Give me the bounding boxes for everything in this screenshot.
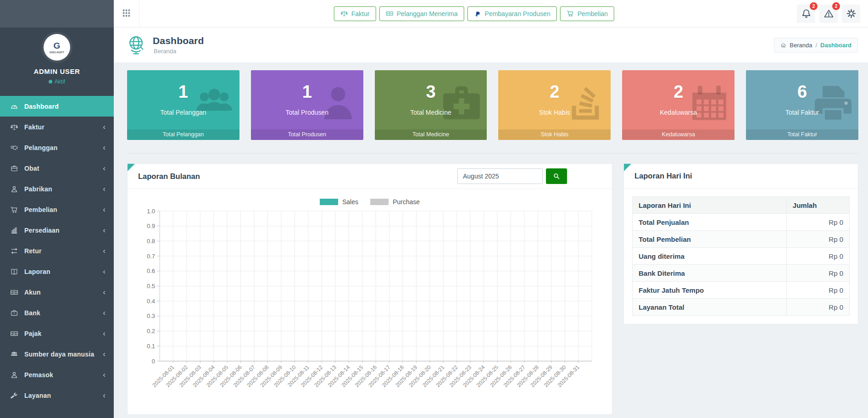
alerts-button[interactable]: 2 [819,5,838,23]
table-row-layanan-total: Layanan TotalRp 0 [633,299,850,316]
stat-card-total-pelanggan[interactable]: 1Total PelangganTotal Pelanggan [127,70,239,140]
sidebar-item-sumber-daya-manusia[interactable]: Sumber daya manusia ‹ [0,344,114,364]
legend-label: Sales [342,198,358,206]
briefcase-icon [10,309,18,317]
cart-icon [10,206,18,214]
sidebar-item-dashboard[interactable]: Dashboard [0,96,114,117]
banknote-icon [385,10,393,17]
sidebar-item-label: Pajak [24,330,42,337]
avatar: G GEELISOFT [44,34,70,61]
sidebar-item-persediaan[interactable]: Persediaan ‹ [0,220,114,240]
svg-text:0.3: 0.3 [147,312,155,319]
stat-card-total-medicine[interactable]: 3Total MedicineTotal Medicine [375,70,487,140]
quick-button-label: Pembayaran Produsen [485,10,551,17]
stat-value: 2 [622,82,734,102]
stat-footer-label: Kedaluwarsa [622,129,734,140]
sidebar-item-pajak[interactable]: Pajak ‹ [0,323,114,344]
quick-button-label: Faktur [351,10,370,17]
sidebar-item-pelanggan[interactable]: Pelanggan ‹ [0,137,114,158]
sidebar: G GEELISOFT ADMIN USER Aktif Dashboard F… [0,0,114,418]
daily-report-panel: Laporan Hari Ini Laporan Hari IniJumlahT… [623,163,858,324]
panels-row: Laporan Bulanan SalesPurchase 00.10.20.3… [127,163,858,415]
exchange-icon [10,247,18,255]
table-header-row: Laporan Hari IniJumlah [633,197,850,214]
notifications-badge: 2 [810,2,818,10]
sidebar-item-layanan[interactable]: Layanan ‹ [0,385,114,406]
home-icon [780,42,786,48]
stat-footer-label: Total Faktur [746,129,858,140]
sidebar-item-obat[interactable]: Obat ‹ [0,158,114,178]
sidebar-item-label: Akun [24,289,41,296]
sidebar-item-pembelian[interactable]: Pembelian ‹ [0,199,114,220]
stat-value: 3 [375,82,487,102]
month-input[interactable] [457,168,543,184]
quick-buttons: FakturPelanggan MenerimaPembayaran Produ… [334,6,614,21]
stat-cards-row: 1Total PelangganTotal Pelanggan1Total Pr… [127,70,858,140]
svg-text:0.4: 0.4 [147,298,155,305]
user-status-label: Aktif [55,78,65,85]
quick-button-pembelian[interactable]: Pembelian [560,6,614,21]
user-icon [10,185,18,193]
handshake-icon [10,144,18,152]
table-row-faktur-jatuh-tempo: Faktur Jatuh TempoRp 0 [633,282,850,299]
svg-text:0: 0 [152,358,155,365]
stat-card-total-faktur[interactable]: 6Total FakturTotal Faktur [746,70,858,140]
barchart-icon [10,226,18,234]
stat-card-total-produsen[interactable]: 1Total ProdusenTotal Produsen [251,70,363,140]
sidebar-item-pabrikan[interactable]: Pabrikan ‹ [0,178,114,199]
sidebar-item-laporan[interactable]: Laporan ‹ [0,261,114,282]
panel-title: Laporan Bulanan [138,172,200,181]
notifications-button[interactable]: 2 [797,5,815,23]
sidebar-item-akun[interactable]: Akun ‹ [0,282,114,302]
legend-label: Purchase [393,198,420,206]
quick-button-faktur[interactable]: Faktur [334,6,376,21]
table-row-total-penjualan: Total PenjualanRp 0 [633,214,850,231]
monthly-report-body: SalesPurchase 00.10.20.30.40.50.60.70.80… [128,189,612,400]
chevron-left-icon: ‹ [103,371,106,379]
dashboard-icon [10,102,18,111]
stat-label: Total Pelanggan [127,109,239,116]
sidebar-item-faktur[interactable]: Faktur ‹ [0,117,114,137]
row-label: Layanan Total [633,299,787,316]
stat-value: 2 [498,82,611,102]
svg-text:0.7: 0.7 [147,253,155,260]
panel-title: Laporan Hari Ini [634,172,692,180]
sidebar-item-pemasok[interactable]: Pemasok ‹ [0,364,114,385]
main-area: FakturPelanggan MenerimaPembayaran Produ… [114,0,868,418]
table-row-uang-diterima: Uang diterimaRp 0 [633,248,850,265]
status-dot [49,80,52,84]
stat-card-kedaluwarsa[interactable]: 2KedaluwarsaKedaluwarsa [622,70,734,140]
sidebar-item-label: Sumber daya manusia [24,351,94,358]
warning-icon [823,8,834,19]
quick-button-pelanggan-menerima[interactable]: Pelanggan Menerima [379,6,464,21]
scales-icon [10,123,18,131]
legend-swatch [370,199,389,205]
sidebar-item-label: Retur [24,247,42,255]
search-button[interactable] [546,168,567,184]
row-value: Rp 0 [786,299,849,316]
stat-footer-label: Total Produsen [251,129,363,140]
svg-text:0.2: 0.2 [147,328,155,334]
breadcrumb-home[interactable]: Beranda [790,42,812,49]
legend-sales: Sales [320,198,358,206]
user-status: Aktif [0,78,114,85]
topbar-right: 2 2 [797,5,868,23]
sidebar-item-bank[interactable]: Bank ‹ [0,302,114,323]
settings-button[interactable] [842,5,860,23]
sidebar-item-retur[interactable]: Retur ‹ [0,240,114,261]
bell-icon [801,8,812,19]
grid-menu-button[interactable] [114,0,139,27]
legend-swatch [320,199,338,205]
row-label: Total Penjualan [633,214,787,231]
row-label: Bank Diterima [633,265,787,282]
row-value: Rp 0 [786,214,849,231]
chevron-left-icon: ‹ [103,350,106,358]
breadcrumb: Beranda / Dashbo​ard [774,38,858,53]
stat-card-stok-habis[interactable]: 2Stok HabisStok Habis [498,70,611,140]
page-subtitle: Beranda [154,48,204,55]
table-row-total-pembelian: Total PembelianRp 0 [633,231,850,248]
quick-button-pembayaran-produsen[interactable]: Pembayaran Produsen [467,6,557,21]
user-profile: G GEELISOFT ADMIN USER Aktif [0,28,114,85]
chevron-left-icon: ‹ [103,268,106,275]
row-value: Rp 0 [786,265,849,282]
